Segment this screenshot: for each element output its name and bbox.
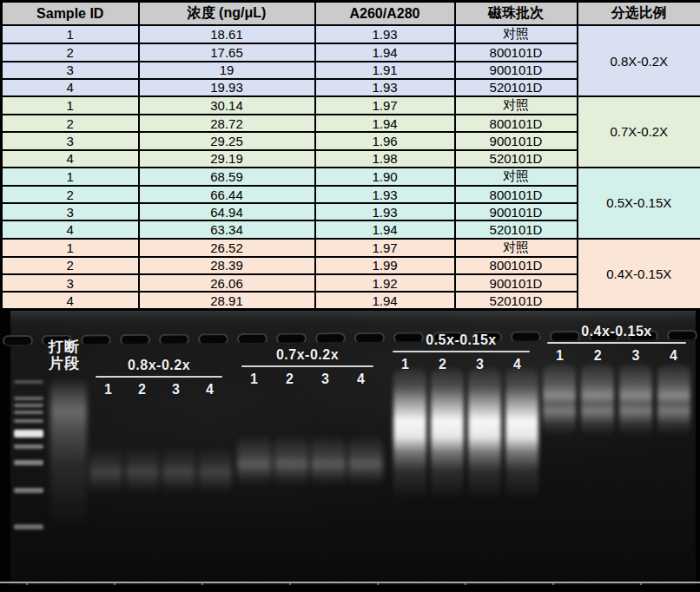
gel-lanes-group-0.5x [393, 368, 538, 500]
ladder-band [14, 524, 43, 530]
gel-well [198, 333, 228, 345]
ladder-band [14, 397, 43, 400]
cell-concentration: 68.59 [139, 168, 315, 186]
gel-group-label-0.8x: 0.8x-0.2x 1 2 3 4 [96, 358, 222, 398]
gel-lane-number: 4 [670, 348, 677, 364]
gel-group-underline [96, 376, 222, 378]
gel-group-title: 0.5x-0.15x [393, 332, 530, 348]
sample-data-table: Sample ID 浓度 (ng/μL) A260/A280 磁珠批次 分选比例… [0, 0, 700, 311]
cell-a260-a280: 1.94 [315, 43, 455, 61]
cell-sample-id: 2 [2, 43, 139, 61]
gel-group-label-0.5x: 0.5x-0.15x 1 2 3 4 [393, 332, 530, 372]
ladder-band [14, 404, 43, 407]
cell-bead-batch: 900101D [455, 274, 578, 292]
cell-bead-batch: 900101D [455, 203, 578, 220]
col-header-bead-batch: 磁珠批次 [455, 2, 578, 26]
cell-a260-a280: 1.96 [315, 132, 455, 149]
gel-lane-smear [348, 437, 383, 486]
cell-a260-a280: 1.98 [315, 150, 455, 168]
gel-lane-smear [126, 446, 159, 493]
ladder-band [14, 430, 43, 437]
gel-marker-label-line2: 片段 [49, 355, 92, 372]
gel-lane-smear [431, 368, 464, 500]
gel-group-title: 0.7x-0.2x [241, 347, 373, 363]
cell-sample-id: 1 [2, 25, 139, 43]
gel-group-title: 0.4x-0.15x [547, 324, 686, 339]
cell-concentration: 18.61 [139, 25, 315, 43]
cell-a260-a280: 1.94 [315, 115, 455, 132]
gel-lane-smear [274, 437, 309, 486]
gel-bench-edge [0, 582, 700, 583]
gel-lane-number: 3 [476, 357, 484, 372]
table-row: 1 68.59 1.90 对照 0.5X-0.15X [2, 168, 700, 186]
figure-root: Sample ID 浓度 (ng/μL) A260/A280 磁珠批次 分选比例… [0, 0, 700, 592]
gel-bottom-strip [0, 585, 700, 592]
cell-bead-batch: 对照 [455, 239, 578, 257]
cell-sample-id: 1 [2, 239, 139, 257]
cell-a260-a280: 1.93 [315, 186, 455, 203]
cell-sort-ratio: 0.4X-0.15X [578, 239, 700, 310]
gel-lane-smear [581, 365, 614, 436]
cell-bead-batch: 800101D [455, 186, 578, 203]
table-row: 1 26.52 1.97 对照 0.4X-0.15X [2, 239, 700, 257]
cell-a260-a280: 1.94 [315, 220, 455, 238]
gel-well [120, 334, 150, 345]
gel-lane-number: 3 [172, 382, 180, 398]
gel-group-title: 0.8x-0.2x [96, 358, 222, 373]
gel-lane-smear [89, 446, 122, 493]
gel-lane-smear [237, 437, 272, 486]
cell-concentration: 29.25 [139, 132, 315, 149]
gel-group-underline [547, 342, 686, 344]
cell-concentration: 26.06 [139, 274, 315, 292]
gel-lane-number: 4 [206, 382, 214, 398]
cell-sort-ratio: 0.5X-0.15X [578, 168, 700, 239]
cell-a260-a280: 1.97 [315, 239, 455, 257]
gel-lane-smear [619, 365, 652, 436]
cell-bead-batch: 对照 [455, 25, 578, 43]
gel-well [354, 332, 385, 344]
gel-lane-number: 2 [286, 372, 294, 387]
cell-concentration: 66.44 [139, 186, 315, 203]
table-row: 1 18.61 1.93 对照 0.8X-0.2X [2, 25, 700, 43]
cell-bead-batch: 800101D [455, 115, 578, 132]
gel-well [315, 332, 346, 344]
cell-a260-a280: 1.93 [315, 203, 455, 220]
cell-bead-batch: 520101D [455, 220, 578, 238]
gel-lanes-group-0.8x [89, 446, 232, 493]
cell-bead-batch: 520101D [455, 150, 578, 168]
gel-lane-smear [657, 365, 690, 436]
cell-sort-ratio: 0.7X-0.2X [578, 96, 700, 168]
gel-group-underline [241, 365, 373, 367]
gel-marker-label-line1: 打断 [49, 339, 92, 355]
gel-right-edge [696, 311, 700, 592]
col-header-a260-a280: A260/A280 [315, 2, 455, 26]
gel-well [276, 332, 307, 344]
cell-bead-batch: 对照 [455, 96, 578, 115]
cell-sample-id: 3 [2, 274, 139, 292]
gel-lane-smear [162, 446, 195, 493]
cell-a260-a280: 1.93 [315, 25, 455, 43]
cell-a260-a280: 1.92 [315, 274, 455, 292]
gel-well [159, 333, 189, 345]
ladder-band [14, 411, 43, 414]
cell-a260-a280: 1.99 [315, 257, 455, 274]
cell-sample-id: 1 [2, 168, 139, 186]
cell-concentration: 19.93 [139, 79, 315, 96]
gel-lane-smear [393, 368, 426, 500]
cell-sample-id: 2 [2, 257, 139, 274]
gel-lane-number: 2 [138, 382, 146, 398]
cell-a260-a280: 1.97 [315, 96, 455, 115]
cell-a260-a280: 1.90 [315, 168, 455, 186]
gel-lane-number: 2 [439, 357, 446, 372]
gel-marker-label: 打断 片段 [49, 339, 92, 372]
gel-lane-number: 3 [321, 372, 329, 387]
cell-sample-id: 3 [2, 203, 139, 220]
gel-photo: 打断 片段 0.8x-0.2x 1 2 3 4 0.7x-0.2x 1 2 3 … [0, 311, 700, 592]
gel-lane-smear [505, 368, 538, 500]
gel-group-label-0.7x: 0.7x-0.2x 1 2 3 4 [241, 347, 373, 387]
cell-sample-id: 4 [2, 220, 139, 238]
gel-lane-number: 1 [250, 372, 258, 387]
ladder-band [14, 488, 43, 493]
gel-lanes-group-0.4x [543, 365, 690, 436]
gel-lane-number: 2 [594, 348, 602, 364]
